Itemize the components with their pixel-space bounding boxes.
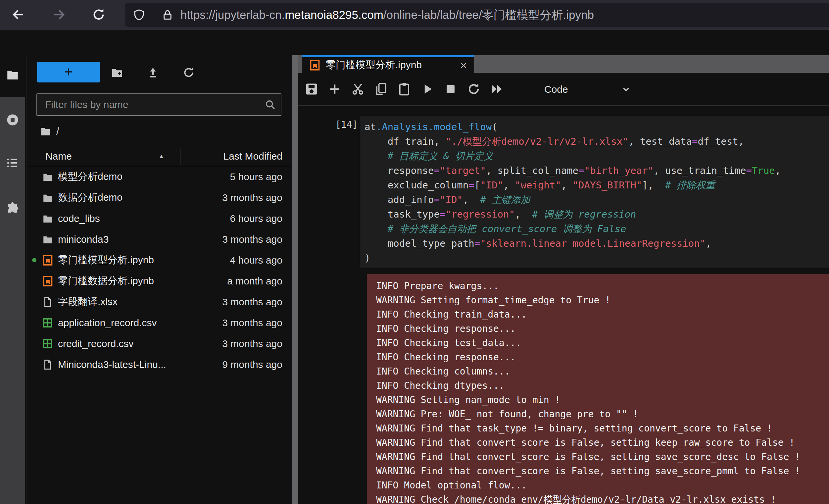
address-bar[interactable]: https://jupyterlab-cn.metanoia8295.com/o… [125, 3, 829, 27]
file-modified: 5 hours ago [230, 171, 282, 182]
save-button[interactable] [304, 82, 319, 96]
save-icon [304, 82, 319, 96]
column-header-modified[interactable]: Last Modified [223, 146, 282, 167]
running-kernel-dot [32, 258, 36, 262]
file-modified: 9 months ago [222, 359, 282, 370]
lock-icon[interactable] [161, 9, 174, 21]
file-row[interactable]: credit_record.csv 3 months ago [27, 333, 293, 354]
file-modified: a month ago [227, 276, 282, 287]
file-row[interactable]: 字段翻译.xlsx 3 months ago [27, 291, 293, 312]
fast-forward-button[interactable] [490, 82, 504, 96]
notebook-tab[interactable]: 零门槛模型分析.ipynb × [302, 55, 474, 73]
output-line: INFO Checking response... [376, 322, 829, 336]
column-divider [180, 148, 180, 165]
file-modified: 3 months ago [222, 296, 282, 308]
code-line: # 非分类器会自动把 convert_score 调整为 False [364, 221, 829, 236]
file-modified: 3 months ago [222, 192, 282, 203]
file-name: 零门槛模型分析.ipynb [58, 253, 154, 267]
chevron-down-icon [621, 84, 631, 95]
code-line: df_train, "./模型分析demo/v2-lr/v2-lr.xlsx",… [364, 134, 829, 149]
code-line: # 目标定义 & 切片定义 [364, 149, 829, 163]
output-line: INFO Checking test_data... [376, 336, 829, 350]
dock-tabbar: 零门槛模型分析.ipynb × [298, 55, 829, 73]
upload-icon [146, 66, 159, 79]
screen: https://jupyterlab-cn.metanoia8295.com/o… [0, 0, 829, 504]
new-folder-button[interactable] [110, 66, 124, 80]
filter-box [36, 94, 281, 116]
column-header-name[interactable]: Name [45, 146, 72, 167]
restart-icon [466, 82, 481, 96]
stop-button[interactable] [443, 82, 458, 96]
output-line: WARNING Pre: WOE_ not found, change pre … [376, 407, 829, 421]
run-button[interactable] [420, 82, 435, 96]
refresh-button[interactable] [181, 66, 196, 80]
paste-button[interactable] [397, 82, 411, 96]
running-kernels-tab-icon[interactable] [6, 113, 20, 127]
file-row[interactable]: 零门槛数据分析.ipynb a month ago [27, 271, 293, 291]
add-button[interactable] [327, 82, 342, 96]
browser-reload-button[interactable] [89, 6, 108, 24]
breadcrumb-root[interactable]: / [56, 125, 59, 137]
file-row[interactable]: Miniconda3-latest-Linu... 9 months ago [27, 354, 293, 375]
home-folder-icon[interactable] [40, 125, 52, 137]
cell-type-dropdown[interactable]: Code [544, 84, 631, 95]
upload-button[interactable] [146, 66, 160, 80]
browser-forward-button[interactable] [50, 6, 68, 24]
plus-icon [63, 66, 74, 77]
sort-ascending-icon: ▲ [158, 146, 165, 167]
output-line: WARNING Find that convert_score is False… [376, 435, 829, 450]
file-row[interactable]: 模型分析demo 5 hours ago [27, 166, 293, 187]
extension-manager-tab-icon[interactable] [6, 201, 20, 215]
output-line: INFO Model optional flow... [376, 478, 829, 493]
file-modified: 3 months ago [222, 234, 282, 245]
cell-execution-prompt: [14]: [335, 119, 363, 130]
folder-icon [42, 192, 53, 203]
file-browser-tab-icon[interactable] [6, 68, 20, 81]
file-name: code_libs [58, 213, 100, 224]
back-arrow-icon [11, 7, 26, 22]
copy-button[interactable] [374, 82, 388, 96]
file-modified: 6 hours ago [230, 213, 282, 224]
new-launcher-button[interactable] [37, 62, 100, 82]
code-line: add_info="ID", # 主键添加 [364, 192, 829, 207]
filter-input[interactable] [37, 94, 281, 115]
folder-icon [42, 234, 53, 245]
folder-icon [42, 171, 53, 182]
notebook-icon [42, 255, 53, 266]
url-domain: metanoia8295.com [285, 8, 384, 21]
cut-button[interactable] [351, 82, 365, 96]
file-browser-panel: / Name ▲ Last Modified 模型分析demo 5 hours … [26, 55, 292, 504]
file-list-header: Name ▲ Last Modified [27, 146, 293, 166]
breadcrumb: / [40, 121, 59, 141]
code-line: exclude_column=["ID", "weight", "DAYS_BI… [364, 178, 829, 192]
browser-back-button[interactable] [9, 6, 28, 24]
restart-button[interactable] [466, 82, 481, 96]
table-of-contents-tab-icon[interactable] [6, 156, 20, 170]
output-line: INFO Prepare kwargs... [376, 279, 829, 293]
add-icon [327, 82, 342, 96]
file-name: 模型分析demo [58, 170, 122, 183]
shield-icon[interactable] [133, 9, 145, 21]
output-line: WARNING Setting format_time_edge to True… [376, 293, 829, 307]
panel-splitter[interactable] [292, 55, 298, 504]
reload-icon [92, 7, 106, 22]
code-line: at.Analysis.model_flow( [364, 119, 829, 134]
copy-icon [374, 82, 388, 96]
file-row[interactable]: code_libs 6 hours ago [27, 208, 293, 229]
file-name: credit_record.csv [58, 338, 134, 349]
code-line: ) [364, 251, 829, 265]
file-name: 字段翻译.xlsx [58, 295, 117, 309]
file-row[interactable]: miniconda3 3 months ago [27, 229, 293, 250]
jupyterlab-menubar: File Edit View Run Kernel Tabs Settings … [0, 30, 829, 55]
file-row[interactable]: 数据分析demo 3 months ago [27, 187, 293, 208]
search-icon [264, 99, 276, 111]
tab-close-button[interactable]: × [460, 60, 467, 71]
paste-icon [397, 82, 411, 96]
run-icon [420, 82, 435, 96]
url-path: /online-lab/lab/tree/零门槛模型分析.ipynb [384, 8, 594, 21]
file-row[interactable]: 零门槛模型分析.ipynb 4 hours ago [27, 250, 293, 271]
file-name: application_record.csv [58, 317, 157, 328]
code-line: model_type_path="sklearn.linear_model.Li… [364, 236, 829, 251]
file-row[interactable]: application_record.csv 3 months ago [27, 312, 293, 333]
code-cell-editor[interactable]: at.Analysis.model_flow( df_train, "./模型分… [360, 116, 829, 268]
